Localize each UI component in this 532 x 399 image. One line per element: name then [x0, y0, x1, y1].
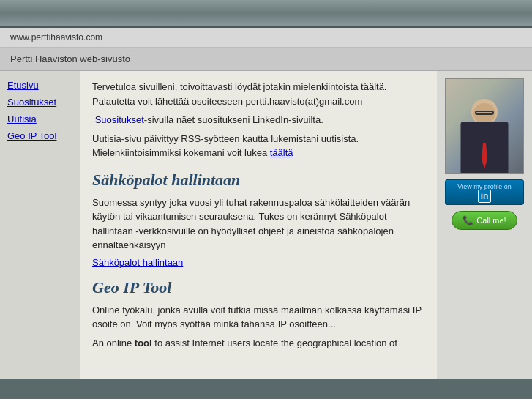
section1-body: Suomessa syntyy joka vuosi yli tuhat rak… — [92, 195, 425, 253]
sidebar-item-uutisia[interactable]: Uutisia — [7, 113, 73, 124]
section2-heading: Geo IP Tool — [92, 278, 425, 297]
sidebar: Etusivu Suositukset Uutisia Geo IP Tool — [0, 71, 80, 379]
main-content: Tervetuloa sivuilleni, toivoittavasti lö… — [80, 71, 437, 379]
linkedin-label-text: View my profile on in — [457, 183, 511, 201]
suositukset-paragraph: Suositukset-sivulla näet suositukseni Li… — [92, 113, 425, 127]
section2-body2-prefix: An online — [92, 338, 135, 348]
section2-body2: An online tool to assist Internet users … — [92, 336, 425, 351]
url-bar: www.perttihaavisto.com — [0, 28, 532, 48]
linkedin-in-icon: in — [478, 190, 492, 203]
sidebar-item-etusivu[interactable]: Etusivu — [7, 80, 73, 91]
section1-link[interactable]: Sähköpalot hallintaan — [92, 257, 183, 268]
sidebar-item-geo-ip-tool[interactable]: Geo IP Tool — [7, 130, 73, 141]
section2-body2-bold: tool — [135, 338, 152, 348]
site-title-bar: Pertti Haaviston web-sivusto — [0, 48, 532, 71]
main-layout: Etusivu Suositukset Uutisia Geo IP Tool … — [0, 71, 532, 379]
intro-paragraph: Tervetuloa sivuilleni, toivoittavasti lö… — [92, 80, 425, 108]
sidebar-item-suositukset[interactable]: Suositukset — [7, 97, 73, 108]
suositukset-link[interactable]: Suositukset — [95, 114, 144, 125]
section2-body1: Online työkalu, jonka avulla voit tutkia… — [92, 303, 425, 332]
person-tie — [481, 143, 488, 169]
site-title: Pertti Haaviston web-sivusto — [10, 53, 130, 64]
section1-heading: Sähköpalot hallintaan — [92, 171, 425, 190]
person-body — [461, 122, 509, 173]
taalta-link[interactable]: täältä — [270, 147, 293, 158]
section2-body2-rest: to assist Internet users locate the geog… — [152, 338, 397, 348]
callme-button[interactable]: 📞 Call me! — [452, 211, 517, 230]
profile-panel: View my profile on in 📞 Call me! — [437, 71, 532, 379]
suositukset-text: -sivulla näet suositukseni LinkedIn-sivu… — [144, 114, 323, 125]
uutisia-paragraph: Uutisia-sivu päivittyy RSS-syötteen kaut… — [92, 132, 425, 160]
profile-photo — [445, 78, 524, 174]
intro-text: Tervetuloa sivuilleni, toivoittavasti lö… — [92, 81, 386, 107]
url-text: www.perttihaavisto.com — [10, 32, 102, 42]
person-glasses — [475, 111, 494, 115]
top-banner — [0, 0, 532, 28]
callme-label: Call me! — [476, 216, 506, 225]
phone-icon: 📞 — [462, 215, 473, 225]
uutisia-text: Uutisia-sivu päivittyy RSS-syötteen kaut… — [92, 133, 359, 159]
linkedin-button[interactable]: View my profile on in — [445, 179, 524, 205]
